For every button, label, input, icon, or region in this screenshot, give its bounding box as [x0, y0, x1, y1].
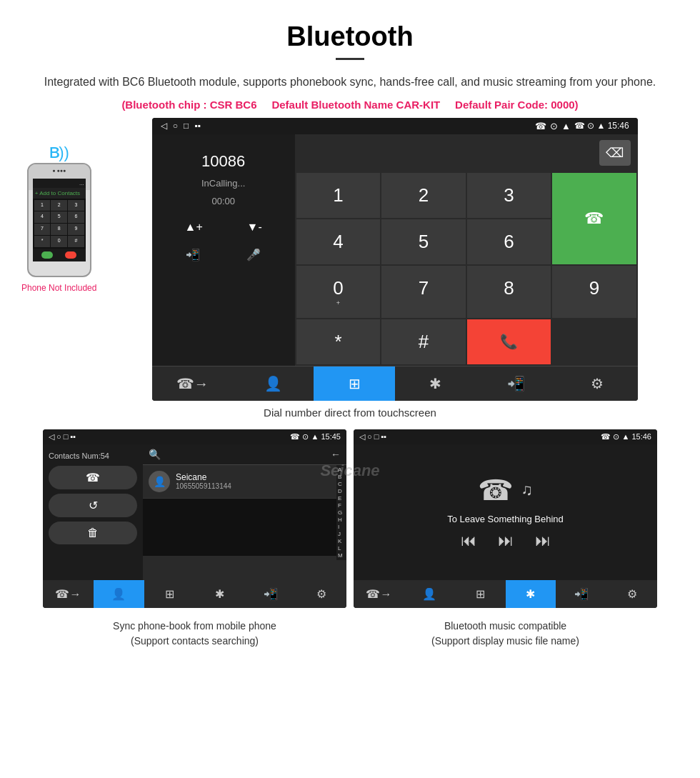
- pb-contact-info: Seicane 10655059113144: [176, 472, 231, 490]
- pb-search-input[interactable]: [165, 449, 326, 459]
- phone-screen-content: 1 2 3 4 5 6 7 8 9 * 0 #: [33, 199, 86, 249]
- alpha-a[interactable]: A: [338, 467, 345, 473]
- music-note-icon: ♫: [521, 481, 533, 499]
- music-icon-area: ☎ ♫: [478, 474, 533, 507]
- music-status-bar: ◁ ○ □ ▪▪ ☎ ⊙ ▲ 15:46: [354, 429, 657, 444]
- phone-add-contacts: + Add to Contacts: [33, 188, 86, 199]
- pb-left-panel: Contacts Num:54 ☎ ↺ 🗑: [43, 444, 143, 580]
- nav-btn-dialpad[interactable]: ⊞: [314, 366, 394, 401]
- dial-key-star[interactable]: *: [296, 319, 381, 364]
- dial-key-4[interactable]: 4: [296, 219, 381, 264]
- nav-btn-contacts[interactable]: 👤: [233, 366, 314, 401]
- backspace-button[interactable]: ⌫: [599, 140, 631, 166]
- dial-key-2[interactable]: 2: [381, 173, 466, 218]
- pb-nav-transfer[interactable]: 📲: [245, 580, 296, 608]
- specs-name: Default Bluetooth Name CAR-KIT: [271, 99, 440, 111]
- music-nav-calls[interactable]: ☎→: [354, 580, 404, 608]
- phone-screen-status: ...: [33, 179, 86, 188]
- dial-key-3[interactable]: 3: [467, 173, 551, 218]
- pb-nav-contacts[interactable]: 👤: [94, 580, 144, 608]
- pb-delete-btn[interactable]: 🗑: [49, 522, 137, 544]
- music-next-btn[interactable]: ⏭: [535, 532, 551, 550]
- music-nav-contacts[interactable]: 👤: [404, 580, 455, 608]
- music-prev-btn[interactable]: ⏮: [461, 532, 476, 550]
- pb-status-left: ◁ ○ □ ▪▪: [49, 432, 76, 442]
- mic-icon[interactable]: 🎤: [246, 248, 261, 261]
- nav-btn-settings[interactable]: ⚙: [556, 366, 637, 401]
- alpha-m[interactable]: M: [338, 552, 345, 559]
- pb-search-backspace[interactable]: ←: [331, 449, 341, 460]
- music-nav-bluetooth[interactable]: ✱: [506, 580, 556, 608]
- dial-key-1[interactable]: 1: [296, 173, 381, 218]
- music-status-right: ☎ ⊙ ▲ 15:46: [601, 432, 651, 442]
- back-icon: ◁: [161, 121, 167, 131]
- phone-bottom-bar: [33, 249, 86, 261]
- phone-not-included-label: Phone Not Included: [21, 283, 96, 293]
- transfer-icon[interactable]: 📲: [186, 248, 200, 261]
- dial-call-button[interactable]: ☎: [552, 173, 636, 264]
- dial-key-hash[interactable]: #: [381, 319, 466, 364]
- pb-nav-calls[interactable]: ☎→: [43, 580, 94, 608]
- music-nav-transfer[interactable]: 📲: [556, 580, 606, 608]
- call-status: InCalling...: [163, 178, 284, 189]
- music-nav-settings[interactable]: ⚙: [606, 580, 657, 608]
- alpha-j[interactable]: J: [338, 531, 345, 537]
- phone-key-5: 5: [51, 211, 67, 223]
- pb-status-bar: ◁ ○ □ ▪▪ ☎ ⊙ ▲ 15:45: [43, 429, 346, 444]
- music-screenshot: ◁ ○ □ ▪▪ ☎ ⊙ ▲ 15:46 ☎ ♫ To Leave Someth…: [354, 429, 657, 608]
- dial-key-0[interactable]: 0+: [296, 266, 381, 318]
- alpha-g[interactable]: G: [338, 509, 345, 516]
- header-section: Bluetooth Integrated with BC6 Bluetooth …: [0, 0, 700, 118]
- nav-btn-calls[interactable]: ☎→: [152, 366, 233, 401]
- pb-nav-settings[interactable]: ⚙: [296, 580, 346, 608]
- dialpad-grid: 1 2 3 ☎ 4 5 6 0+ 7 8 9 * #: [295, 171, 638, 366]
- phone-key-3: 3: [68, 200, 84, 211]
- alpha-k[interactable]: K: [338, 538, 345, 544]
- pb-contact-list: 👤 Seicane 10655059113144: [143, 465, 336, 560]
- alpha-b[interactable]: B: [338, 474, 345, 480]
- page-title: Bluetooth: [43, 21, 657, 52]
- pb-empty-area: [143, 499, 336, 556]
- dial-key-8[interactable]: 8: [467, 266, 551, 318]
- nav-btn-transfer[interactable]: 📲: [476, 366, 556, 401]
- music-play-btn[interactable]: ⏭: [498, 532, 514, 550]
- alpha-d[interactable]: D: [338, 488, 345, 494]
- bottom-nav-main: ☎→ 👤 ⊞ ✱ 📲 ⚙: [152, 366, 638, 401]
- time-display: ☎ ⊙ ▲ 15:46: [574, 121, 629, 131]
- phone-key-4: 4: [34, 211, 51, 223]
- header-description: Integrated with BC6 Bluetooth module, su…: [43, 73, 657, 91]
- phone-key-hash: #: [68, 236, 84, 247]
- pb-call-btn[interactable]: ☎: [49, 466, 137, 489]
- caption-pb-text: Sync phone-book from mobile phone(Suppor…: [113, 620, 276, 647]
- alpha-c[interactable]: C: [338, 481, 345, 487]
- alpha-f[interactable]: F: [338, 502, 345, 509]
- pb-avatar: 👤: [149, 471, 170, 492]
- hangup-icon: 📞: [500, 333, 518, 350]
- alpha-h[interactable]: H: [338, 517, 345, 523]
- nav-btn-bluetooth[interactable]: ✱: [395, 366, 476, 401]
- alpha-i[interactable]: I: [338, 524, 345, 530]
- vol-up-icon[interactable]: ▲+: [185, 221, 203, 234]
- bottom-screenshots: ◁ ○ □ ▪▪ ☎ ⊙ ▲ 15:45 Contacts Num:54 ☎ ↺…: [0, 429, 700, 619]
- music-nav-dialpad[interactable]: ⊞: [455, 580, 506, 608]
- call-icon: ☎: [535, 121, 546, 131]
- alpha-l[interactable]: L: [338, 545, 345, 552]
- vol-down-icon[interactable]: ▼-: [247, 221, 262, 234]
- phone-key-2: 2: [51, 200, 67, 211]
- pb-nav-dialpad[interactable]: ⊞: [144, 580, 195, 608]
- dial-key-6[interactable]: 6: [467, 219, 551, 264]
- dial-hangup-button[interactable]: 📞: [467, 319, 551, 364]
- alpha-e[interactable]: E: [338, 495, 345, 502]
- phone-illustration: ● ●●● ... + Add to Contacts 1 2 3 4 5 6 …: [27, 163, 91, 277]
- pb-nav-bluetooth[interactable]: ✱: [195, 580, 246, 608]
- dial-key-7[interactable]: 7: [381, 266, 466, 318]
- pb-status-right: ☎ ⊙ ▲ 15:45: [290, 432, 341, 442]
- recents-icon: □: [184, 121, 189, 131]
- dial-key-9[interactable]: 9: [552, 266, 636, 318]
- title-underline: [336, 58, 364, 60]
- caption-music-text: Bluetooth music compatible(Support displ…: [431, 620, 579, 647]
- pb-contact-row[interactable]: 👤 Seicane 10655059113144: [143, 465, 336, 499]
- phone-top-bar: ● ●●●: [29, 164, 90, 177]
- dial-key-5[interactable]: 5: [381, 219, 466, 264]
- pb-refresh-btn[interactable]: ↺: [49, 494, 137, 517]
